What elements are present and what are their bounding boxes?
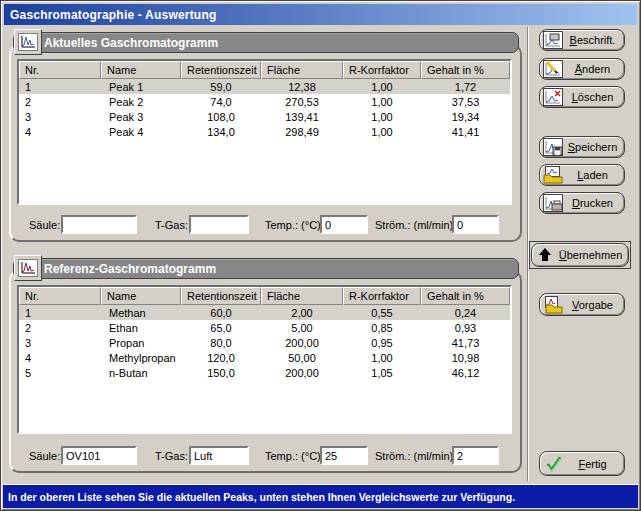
- table-row[interactable]: 3 Propan 80,0 200,00 0,95 41,73: [19, 335, 510, 350]
- column-header[interactable]: Name: [101, 61, 181, 79]
- chart-edit-icon: [543, 60, 564, 78]
- speichern-button[interactable]: Speichern: [539, 136, 625, 158]
- saeule-label: Säule:: [29, 219, 60, 231]
- column-header[interactable]: Fläche: [261, 287, 343, 305]
- chart-load-icon: [543, 166, 564, 184]
- table-header-row: Nr. Name Retentionszeit Fläche R-Korrfak…: [19, 287, 510, 305]
- window-title: Gaschromatographie - Auswertung: [4, 8, 216, 22]
- table-cell: 4: [19, 126, 101, 138]
- column-header[interactable]: R-Korrfaktor: [343, 287, 421, 305]
- table-cell: 5: [19, 367, 101, 379]
- stroem-input[interactable]: [452, 215, 499, 234]
- table-cell: 46,12: [421, 367, 510, 379]
- column-header[interactable]: Nr.: [19, 287, 101, 305]
- column-header[interactable]: Name: [101, 287, 181, 305]
- table-cell: 1: [19, 81, 101, 93]
- table-cell: n-Butan: [101, 367, 181, 379]
- temp-input[interactable]: [320, 446, 368, 465]
- table-row[interactable]: 2 Peak 2 74,0 270,53 1,00 37,53: [19, 94, 510, 109]
- table-cell: 0,85: [343, 322, 421, 334]
- table-cell: 37,53: [421, 96, 510, 108]
- table-cell: 0,24: [421, 307, 510, 319]
- table-cell: Peak 2: [101, 96, 181, 108]
- column-header[interactable]: Nr.: [19, 61, 101, 79]
- table-row[interactable]: 1 Peak 1 59,0 12,38 1,00 1,72: [19, 79, 510, 94]
- column-header[interactable]: Gehalt in %: [421, 287, 510, 305]
- table-cell: 0,95: [343, 337, 421, 349]
- table-row[interactable]: 3 Peak 3 108,0 139,41 1,00 19,34: [19, 109, 510, 124]
- group-title: Referenz-Gaschromatogramm: [14, 262, 216, 276]
- group-header: Referenz-Gaschromatogramm: [13, 258, 519, 279]
- parameter-fields: Säule: T-Gas: Temp.: (°C) Ström.: (ml/mi…: [9, 214, 522, 236]
- loeschen-button[interactable]: Löschen: [539, 86, 625, 108]
- table-cell: 12,38: [261, 81, 343, 93]
- uebernehmen-button[interactable]: Übernehmen: [531, 243, 629, 267]
- table-row[interactable]: 2 Ethan 65,0 5,00 0,85 0,93: [19, 320, 510, 335]
- parameter-fields: Säule: T-Gas: Temp.: (°C) Ström.: (ml/mi…: [9, 445, 522, 467]
- aendern-button[interactable]: Ändern: [539, 58, 625, 80]
- table-cell: 5,00: [261, 322, 343, 334]
- table-cell: 80,0: [181, 337, 261, 349]
- table-cell: 200,00: [261, 337, 343, 349]
- laden-button[interactable]: Laden: [539, 164, 625, 186]
- saeule-label: Säule:: [29, 450, 60, 462]
- reference-peaks-table: Nr. Name Retentionszeit Fläche R-Korrfak…: [17, 285, 512, 434]
- temp-input[interactable]: [320, 215, 368, 234]
- column-header[interactable]: Gehalt in %: [421, 61, 510, 79]
- table-cell: Methylpropan: [101, 352, 181, 364]
- table-header-row: Nr. Name Retentionszeit Fläche R-Korrfak…: [19, 61, 510, 79]
- table-cell: 0,93: [421, 322, 510, 334]
- table-cell: 41,73: [421, 337, 510, 349]
- dialog-window: Gaschromatographie - Auswertung Aktuelle…: [0, 0, 641, 511]
- vorgabe-button[interactable]: Vorgabe: [539, 293, 625, 316]
- tgas-label: T-Gas:: [155, 219, 188, 231]
- table-row[interactable]: 4 Peak 4 134,0 298,49 1,00 41,41: [19, 124, 510, 139]
- default-button-frame: Übernehmen: [529, 241, 631, 269]
- check-icon: [543, 455, 564, 473]
- reference-chromatogram-group: Referenz-Gaschromatogramm Nr. Name Reten…: [9, 257, 522, 473]
- table-cell: 1,00: [343, 111, 421, 123]
- chart-annotate-icon: [543, 31, 564, 49]
- table-row[interactable]: 4 Methylpropan 120,0 50,00 1,00 10,98: [19, 350, 510, 365]
- arrow-up-icon: [535, 246, 556, 264]
- beschrift-button[interactable]: Beschrift.: [539, 29, 625, 51]
- saeule-input[interactable]: [61, 446, 137, 465]
- table-cell: 19,34: [421, 111, 510, 123]
- table-cell: 150,0: [181, 367, 261, 379]
- column-header[interactable]: R-Korrfaktor: [343, 61, 421, 79]
- table-row[interactable]: 5 n-Butan 150,0 200,00 1,05 46,12: [19, 365, 510, 380]
- title-bar[interactable]: Gaschromatographie - Auswertung: [4, 4, 637, 25]
- tgas-input[interactable]: [189, 446, 249, 465]
- table-cell: 134,0: [181, 126, 261, 138]
- button-label: Vorgabe: [564, 299, 621, 311]
- chart-save-icon: [543, 138, 564, 156]
- chromatogram-red-icon: [14, 255, 42, 281]
- table-cell: 2: [19, 96, 101, 108]
- table-cell: 10,98: [421, 352, 510, 364]
- table-cell: 50,00: [261, 352, 343, 364]
- table-cell: 60,0: [181, 307, 261, 319]
- folder-chart-icon: [543, 296, 564, 314]
- button-label: Speichern: [564, 141, 621, 153]
- chart-delete-icon: [543, 88, 564, 106]
- table-cell: Peak 1: [101, 81, 181, 93]
- temp-label: Temp.: (°C): [265, 450, 321, 462]
- table-cell: 2: [19, 322, 101, 334]
- column-header[interactable]: Retentionszeit: [181, 287, 261, 305]
- column-header[interactable]: Fläche: [261, 61, 343, 79]
- drucken-button[interactable]: Drucken: [539, 192, 625, 214]
- table-row[interactable]: 1 Methan 60,0 2,00 0,55 0,24: [19, 305, 510, 320]
- status-bar: In der oberen Liste sehen Sie die aktuel…: [3, 484, 638, 508]
- table-cell: 65,0: [181, 322, 261, 334]
- stroem-input[interactable]: [452, 446, 499, 465]
- column-header[interactable]: Retentionszeit: [181, 61, 261, 79]
- table-cell: 1,05: [343, 367, 421, 379]
- group-header: Aktuelles Gaschromatogramm: [13, 32, 519, 53]
- table-cell: Propan: [101, 337, 181, 349]
- table-cell: 4: [19, 352, 101, 364]
- saeule-input[interactable]: [61, 215, 137, 234]
- table-cell: 3: [19, 111, 101, 123]
- chart-print-icon: [543, 194, 564, 212]
- tgas-input[interactable]: [189, 215, 249, 234]
- fertig-button[interactable]: Fertig: [539, 451, 625, 476]
